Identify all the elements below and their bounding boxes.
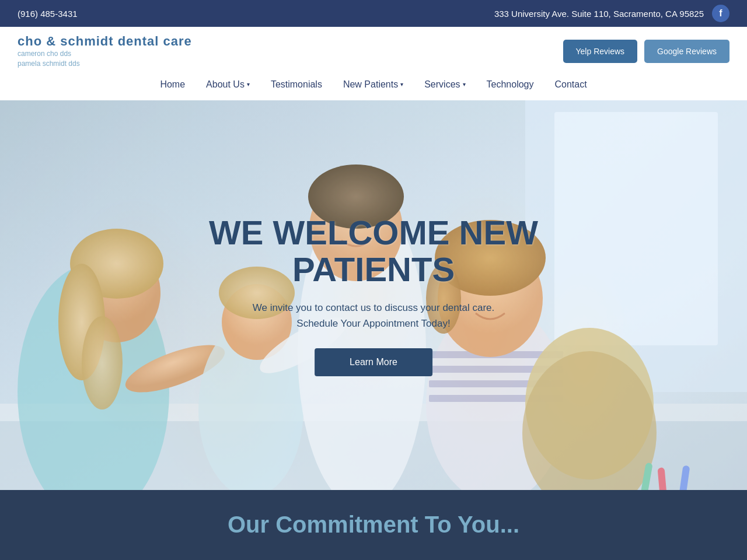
header: cho & schmidt dental care cameron cho dd… [0, 27, 747, 76]
logo-subtitle-1: cameron cho dds [18, 49, 192, 59]
logo-title: cho & schmidt dental care [18, 34, 192, 49]
chevron-down-icon: ▾ [247, 81, 250, 88]
facebook-icon[interactable]: f [712, 5, 729, 22]
hero-section: WE WELCOME NEW PATIENTS We invite you to… [0, 100, 747, 490]
logo[interactable]: cho & schmidt dental care cameron cho dd… [18, 34, 192, 69]
hero-title: WE WELCOME NEW PATIENTS [209, 214, 538, 289]
top-bar-right: 333 University Ave. Suite 110, Sacrament… [494, 5, 729, 22]
chevron-down-icon: ▾ [463, 81, 466, 88]
yelp-reviews-button[interactable]: Yelp Reviews [563, 40, 638, 63]
nav-item-about[interactable]: About Us ▾ [196, 76, 260, 93]
google-reviews-button[interactable]: Google Reviews [644, 40, 729, 63]
nav-item-services[interactable]: Services ▾ [414, 76, 476, 93]
nav-item-contact[interactable]: Contact [544, 76, 597, 93]
learn-more-button[interactable]: Learn More [315, 348, 432, 376]
top-bar: (916) 485-3431 333 University Ave. Suite… [0, 0, 747, 27]
svg-point-9 [82, 316, 123, 410]
nav-item-new-patients[interactable]: New Patients ▾ [333, 76, 414, 93]
nav-item-home[interactable]: Home [149, 76, 196, 93]
header-buttons: Yelp Reviews Google Reviews [563, 40, 729, 63]
bottom-title: Our Commitment To You... [228, 512, 519, 538]
nav-item-testimonials[interactable]: Testimonials [260, 76, 333, 93]
logo-subtitle-2: pamela schmidt dds [18, 59, 192, 69]
address: 333 University Ave. Suite 110, Sacrament… [494, 9, 704, 19]
svg-rect-2 [554, 112, 718, 345]
main-nav: Home About Us ▾ Testimonials New Patient… [0, 76, 747, 100]
hero-subtitle: We invite you to contact us to discuss y… [209, 300, 538, 331]
phone-number[interactable]: (916) 485-3431 [18, 9, 78, 19]
chevron-down-icon: ▾ [400, 81, 403, 88]
hero-content: WE WELCOME NEW PATIENTS We invite you to… [209, 214, 538, 376]
nav-item-technology[interactable]: Technology [476, 76, 544, 93]
bottom-section: Our Commitment To You... [0, 490, 747, 560]
